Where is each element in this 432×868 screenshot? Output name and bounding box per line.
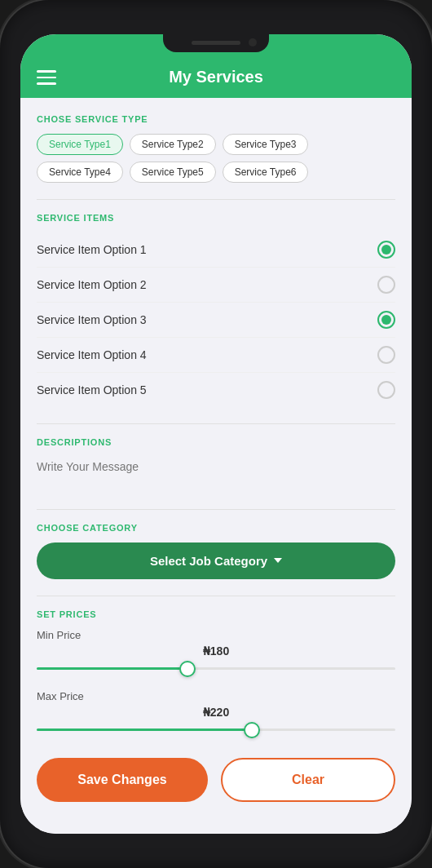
page-title: My Services [169,68,263,86]
service-type-chip[interactable]: Service Type1 [37,134,123,155]
service-items-title: SERVICE ITEMS [37,213,395,223]
service-item-label: Service Item Option 5 [37,383,147,396]
service-item: Service Item Option 4 [37,338,395,373]
phone-outer: My Services CHOSE SERVICE TYPE Service T… [0,0,432,868]
content-area: CHOSE SERVICE TYPE Service Type1Service … [20,98,412,835]
select-category-button[interactable]: Select Job Category [37,542,395,579]
notch-bar [20,34,412,60]
max-price-label: Max Price [37,690,395,702]
divider-3 [37,509,395,510]
camera-dot [249,38,257,46]
category-section: CHOOSE CATEGORY Select Job Category [37,523,395,579]
speaker [192,41,240,45]
service-type-section: CHOSE SERVICE TYPE Service Type1Service … [37,114,395,183]
min-price-label: Min Price [37,629,395,641]
service-type-chip[interactable]: Service Type2 [130,134,216,155]
save-changes-button[interactable]: Save Changes [37,758,208,802]
description-input[interactable] [37,457,395,489]
service-item: Service Item Option 5 [37,373,395,407]
radio-button[interactable] [377,346,395,364]
action-buttons-row: Save Changes Clear [37,758,395,802]
app-header: My Services [20,60,412,98]
category-title: CHOOSE CATEGORY [37,523,395,533]
min-price-slider-container [37,661,395,677]
category-button-label: Select Job Category [150,554,267,568]
service-type-chips: Service Type1Service Type2Service Type3S… [37,134,395,183]
service-type-chip[interactable]: Service Type5 [130,162,216,183]
min-price-value: ₦180 [37,644,395,658]
radio-button[interactable] [377,276,395,294]
notch [163,34,269,52]
service-item: Service Item Option 3 [37,303,395,338]
radio-button[interactable] [377,241,395,259]
min-price-thumb[interactable] [179,661,196,677]
service-item-label: Service Item Option 1 [37,243,147,256]
service-type-chip[interactable]: Service Type4 [37,162,123,183]
divider-2 [37,423,395,424]
max-price-thumb[interactable] [244,722,260,738]
menu-icon[interactable] [37,70,56,85]
service-item-label: Service Item Option 3 [37,313,147,326]
set-prices-title: SET PRICES [37,609,395,619]
phone-screen: My Services CHOSE SERVICE TYPE Service T… [20,34,412,834]
service-item-label: Service Item Option 4 [37,348,147,361]
service-item-label: Service Item Option 2 [37,278,147,291]
set-prices-section: SET PRICES Min Price ₦180 Max Price ₦220 [37,609,395,738]
descriptions-section: DESCRIPTIONS [37,437,395,493]
max-price-slider-container [37,722,395,738]
chevron-down-icon [274,558,282,563]
clear-button[interactable]: Clear [221,758,395,802]
divider-1 [37,199,395,200]
radio-button[interactable] [377,381,395,399]
service-item: Service Item Option 1 [37,232,395,268]
service-item: Service Item Option 2 [37,268,395,303]
max-price-fill [37,728,252,731]
service-items-list: Service Item Option 1Service Item Option… [37,232,395,407]
max-price-section: Max Price ₦220 [37,690,395,738]
min-price-fill [37,667,187,670]
service-items-section: SERVICE ITEMS Service Item Option 1Servi… [37,213,395,407]
descriptions-title: DESCRIPTIONS [37,437,395,447]
service-type-chip[interactable]: Service Type6 [223,162,309,183]
divider-4 [37,596,395,596]
min-price-section: Min Price ₦180 [37,629,395,677]
max-price-value: ₦220 [37,706,395,719]
service-type-title: CHOSE SERVICE TYPE [37,114,395,124]
radio-button[interactable] [377,311,395,329]
service-type-chip[interactable]: Service Type3 [223,134,309,155]
